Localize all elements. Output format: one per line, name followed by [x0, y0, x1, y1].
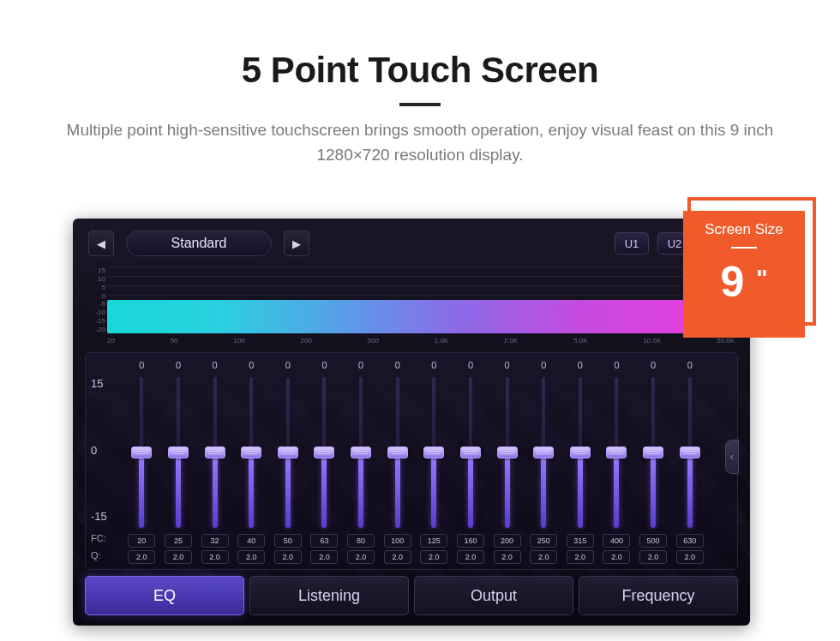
eq-fc-value[interactable]: 160	[457, 534, 484, 548]
eq-q-value[interactable]: 2.0	[237, 550, 265, 564]
eq-slider-fill	[541, 452, 546, 528]
eq-q-value[interactable]: 2.0	[165, 550, 192, 564]
eq-slider[interactable]	[396, 377, 399, 528]
eq-slider[interactable]	[688, 377, 692, 528]
badge-value: 9	[720, 258, 744, 306]
eq-slider-fill	[139, 452, 144, 528]
eq-y-15: 15	[91, 377, 117, 390]
eq-slider-knob[interactable]	[460, 446, 481, 458]
eq-q-value[interactable]: 2.0	[457, 550, 484, 564]
eq-slider[interactable]	[469, 377, 472, 528]
eq-fc-value[interactable]: 250	[530, 534, 557, 548]
eq-slider-knob[interactable]	[168, 446, 189, 458]
eq-slider[interactable]	[322, 377, 326, 528]
eq-slider[interactable]	[615, 377, 618, 528]
eq-band-8: 01252.0	[416, 358, 453, 564]
eq-q-value[interactable]: 2.0	[274, 550, 302, 564]
eq-band-11: 02502.0	[525, 358, 562, 564]
tab-output[interactable]: Output	[414, 576, 573, 615]
eq-fc-value[interactable]: 40	[237, 534, 265, 548]
eq-y-labels: 15 0 -15	[91, 377, 117, 523]
eq-fc-value[interactable]: 20	[128, 534, 155, 548]
eq-fc-value[interactable]: 25	[165, 534, 192, 548]
tab-eq[interactable]: EQ	[85, 576, 244, 615]
eq-fc-value[interactable]: 630	[676, 534, 704, 548]
user-preset-1-button[interactable]: U1	[615, 232, 649, 255]
eq-q-value[interactable]: 2.0	[530, 550, 557, 564]
eq-slider[interactable]	[177, 377, 180, 528]
device-screen: ◀ Standard ▶ U1 U2 U3 151050-5-10-15-20 …	[73, 219, 750, 626]
eq-q-value[interactable]: 2.0	[639, 550, 667, 564]
spectrum-y-tick: 10	[88, 275, 105, 283]
badge-divider	[731, 247, 757, 249]
tab-frequency[interactable]: Frequency	[579, 576, 738, 615]
spectrum-x-tick: 5.0K	[573, 337, 587, 347]
eq-slider-knob[interactable]	[205, 446, 225, 458]
eq-slider-knob[interactable]	[643, 446, 663, 458]
eq-fc-value[interactable]: 200	[494, 534, 521, 548]
eq-slider[interactable]	[579, 377, 582, 528]
eq-slider-knob[interactable]	[533, 446, 554, 458]
eq-q-value[interactable]: 2.0	[494, 550, 521, 564]
eq-slider-knob[interactable]	[131, 446, 152, 458]
eq-fc-value[interactable]: 100	[384, 534, 411, 548]
eq-fc-value[interactable]: 50	[274, 534, 302, 548]
eq-q-value[interactable]: 2.0	[384, 550, 411, 564]
preset-name[interactable]: Standard	[126, 231, 272, 256]
eq-fc-value[interactable]: 400	[603, 534, 630, 548]
eq-slider-knob[interactable]	[351, 446, 371, 458]
eq-slider-knob[interactable]	[680, 446, 700, 458]
eq-slider-fill	[687, 452, 693, 528]
eq-slider-knob[interactable]	[241, 446, 261, 458]
eq-fc-value[interactable]: 315	[567, 534, 594, 548]
side-drawer-handle[interactable]: ‹	[725, 440, 739, 474]
eq-band-value: 0	[358, 360, 363, 374]
eq-fc-value[interactable]: 32	[201, 534, 229, 548]
eq-fc-value[interactable]: 63	[310, 534, 338, 548]
eq-fc-value[interactable]: 125	[420, 534, 447, 548]
eq-fc-value[interactable]: 80	[347, 534, 375, 548]
eq-slider[interactable]	[359, 377, 363, 528]
eq-slider[interactable]	[140, 377, 143, 528]
eq-slider-knob[interactable]	[423, 446, 444, 458]
eq-q-value[interactable]: 2.0	[603, 550, 630, 564]
badge-label: Screen Size	[683, 221, 805, 238]
eq-slider[interactable]	[506, 377, 509, 528]
bottom-tabs: EQListeningOutputFrequency	[85, 576, 738, 615]
tab-listening[interactable]: Listening	[249, 576, 409, 615]
eq-slider-knob[interactable]	[570, 446, 591, 458]
q-row-label: Q:	[91, 550, 101, 560]
fc-row-label: FC:	[91, 533, 106, 543]
eq-band-value: 0	[505, 360, 510, 374]
eq-slider[interactable]	[213, 377, 217, 528]
eq-q-value[interactable]: 2.0	[310, 550, 338, 564]
eq-q-value[interactable]: 2.0	[676, 550, 704, 564]
preset-next-button[interactable]: ▶	[284, 231, 309, 256]
eq-q-value[interactable]: 2.0	[420, 550, 447, 564]
preset-prev-button[interactable]: ◀	[88, 231, 114, 256]
eq-slider-fill	[321, 452, 327, 528]
eq-slider[interactable]	[432, 377, 435, 528]
eq-band-value: 0	[578, 360, 583, 374]
eq-sliders: 0202.00252.00322.00402.00502.00632.00802…	[123, 358, 708, 564]
eq-slider[interactable]	[542, 377, 545, 528]
top-bar: ◀ Standard ▶ U1 U2 U3	[88, 231, 735, 256]
eq-q-value[interactable]: 2.0	[567, 550, 594, 564]
eq-band-value: 0	[213, 360, 218, 374]
eq-slider-knob[interactable]	[387, 446, 408, 458]
eq-q-value[interactable]: 2.0	[347, 550, 375, 564]
spectrum-y-tick: 0	[88, 292, 105, 300]
spectrum-y-tick: 15	[88, 267, 105, 274]
eq-slider[interactable]	[249, 377, 253, 528]
eq-slider-knob[interactable]	[497, 446, 518, 458]
eq-slider-knob[interactable]	[278, 446, 298, 458]
eq-q-value[interactable]: 2.0	[128, 550, 155, 564]
eq-fc-value[interactable]: 500	[639, 534, 667, 548]
eq-slider[interactable]	[651, 377, 655, 528]
eq-slider[interactable]	[286, 377, 290, 528]
eq-q-value[interactable]: 2.0	[201, 550, 229, 564]
eq-slider-fill	[213, 452, 218, 528]
eq-band-13: 04002.0	[598, 358, 635, 564]
eq-slider-knob[interactable]	[314, 446, 334, 458]
eq-slider-knob[interactable]	[606, 446, 627, 458]
